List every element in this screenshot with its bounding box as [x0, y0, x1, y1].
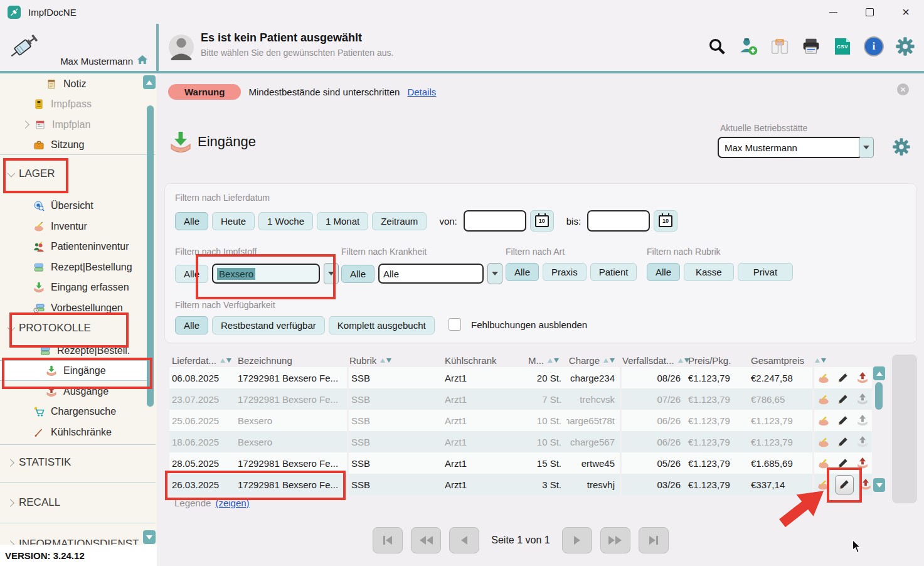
filter-art-alle[interactable]: Alle	[506, 263, 539, 281]
filter-lieferdatum-1monat[interactable]: 1 Monat	[317, 212, 368, 230]
sidebar-section-statistik[interactable]: STATISTIK	[0, 453, 148, 472]
col-gesamtpreis[interactable]: Gesamtpreis	[748, 353, 812, 368]
von-input[interactable]	[464, 210, 526, 232]
sidebar-scroll-down-button[interactable]	[143, 530, 156, 544]
csv-export-icon[interactable]: CSV	[831, 35, 854, 58]
row-edit-pencil-icon[interactable]	[836, 456, 850, 470]
col-preis[interactable]: Preis/Pkg.	[686, 353, 748, 368]
sidebar-item-vorbestellungen[interactable]: Vorbestellungen	[0, 299, 148, 316]
outer-scrollbar-track[interactable]	[892, 355, 917, 503]
sidebar-item-ausgaenge[interactable]: Ausgänge	[0, 383, 148, 400]
row-ausgang-icon[interactable]	[856, 456, 869, 470]
filter-art-praxis[interactable]: Praxis	[543, 263, 587, 281]
sidebar-item-eingaenge[interactable]: Eingänge	[0, 360, 148, 381]
betriebsstaette-dropdown-button[interactable]	[859, 137, 874, 158]
filter-lieferdatum-zeitraum[interactable]: Zeitraum	[372, 212, 427, 230]
table-row[interactable]: 28.05.2025 17292981 Bexsero Fe... SSB Ar…	[169, 452, 872, 474]
filter-lieferdatum-1woche[interactable]: 1 Woche	[258, 212, 313, 230]
page-settings-gear-icon[interactable]	[892, 137, 911, 156]
search-icon[interactable]	[706, 35, 728, 58]
info-icon[interactable]: i	[863, 35, 885, 58]
col-bezeichnung[interactable]: Bezeichnung	[235, 353, 347, 368]
row-inventur-icon[interactable]	[817, 392, 831, 406]
filter-lieferdatum-alle[interactable]: Alle	[175, 212, 208, 230]
close-button[interactable]: ×	[888, 0, 924, 24]
page-first-button[interactable]	[373, 527, 403, 553]
sidebar-section-protokolle[interactable]: PROTOKOLLE	[0, 319, 148, 338]
table-scroll-up-button[interactable]	[873, 366, 885, 380]
add-patient-icon[interactable]	[737, 35, 760, 58]
col-kuehlschrank[interactable]: Kühlschrank	[442, 353, 526, 368]
col-menge[interactable]: M...	[526, 353, 566, 368]
impfstoff-combobox[interactable]: Bexsero	[212, 264, 320, 284]
krankheit-dropdown-button[interactable]	[487, 263, 502, 284]
filter-krankheit-alle[interactable]: Alle	[341, 265, 374, 283]
table-row[interactable]: 18.06.2025 Bexsero SSB Arzt1 10 St. char…	[169, 431, 872, 452]
devices-icon[interactable]	[768, 35, 791, 58]
sidebar-item-rezepte-bestell[interactable]: Rezepte|Bestell.	[0, 342, 148, 359]
table-row[interactable]: 26.03.2025 17292981 Bexsero Fe... SSB Ar…	[169, 474, 872, 495]
table-row[interactable]: 06.08.2025 17292981 Bexsero Fe... SSB Ar…	[169, 367, 872, 388]
row-ausgang-icon[interactable]	[856, 435, 869, 449]
sidebar-item-kuehlschraenke[interactable]: Kühlschränke	[0, 424, 148, 441]
filter-rubrik-kasse[interactable]: Kasse	[684, 263, 734, 281]
row-inventur-icon[interactable]	[817, 371, 831, 385]
filter-verfuegbarkeit-restbestand[interactable]: Restbestand verfügbar	[212, 316, 325, 334]
warning-details-link[interactable]: Details	[407, 87, 436, 97]
sidebar-item-inventur[interactable]: Inventur	[0, 218, 148, 235]
maximize-button[interactable]	[851, 0, 888, 24]
sidebar-item-impfplan[interactable]: Impfplan	[0, 116, 148, 133]
row-edit-pencil-button[interactable]	[835, 475, 854, 494]
sidebar-scrollbar-thumb[interactable]	[147, 105, 154, 407]
filter-verfuegbarkeit-ausgebucht[interactable]: Komplett ausgebucht	[329, 316, 435, 334]
row-edit-pencil-icon[interactable]	[836, 414, 850, 427]
row-inventur-icon[interactable]	[817, 456, 831, 470]
col-verfallsdatum[interactable]: Verfallsdat...	[620, 353, 686, 368]
settings-gear-icon[interactable]	[894, 35, 916, 58]
bis-calendar-button[interactable]: 10	[654, 210, 677, 232]
page-fast-next-button[interactable]	[600, 527, 630, 553]
filter-rubrik-alle[interactable]: Alle	[647, 263, 680, 281]
table-row[interactable]: 25.06.2025 Bexsero SSB Arzt1 10 St. char…	[169, 410, 872, 431]
table-scrollbar-thumb[interactable]	[875, 382, 883, 410]
row-ausgang-icon[interactable]	[859, 478, 872, 491]
sidebar-item-rezept-bestellung[interactable]: Rezept|Bestellung	[0, 259, 148, 275]
fehlbuchungen-checkbox[interactable]	[449, 318, 461, 331]
filter-verfuegbarkeit-alle[interactable]: Alle	[175, 316, 208, 334]
row-ausgang-icon[interactable]	[856, 371, 869, 385]
practice-owner-row[interactable]: Max Mustermann	[9, 53, 147, 69]
col-lieferdatum[interactable]: Lieferdat...	[169, 353, 235, 368]
row-ausgang-icon[interactable]	[856, 414, 869, 427]
row-inventur-icon[interactable]	[817, 435, 831, 449]
col-charge[interactable]: Charge	[566, 353, 620, 368]
minimize-button[interactable]	[815, 0, 851, 24]
table-scroll-down-button[interactable]	[873, 478, 885, 492]
row-ausgang-icon[interactable]	[856, 392, 869, 406]
filter-impfstoff-alle[interactable]: Alle	[175, 265, 208, 283]
legende-zeigen-link[interactable]: (zeigen)	[215, 498, 249, 508]
print-icon[interactable]	[800, 35, 822, 58]
betriebsstaette-select[interactable]: Max Mustermann	[718, 137, 863, 158]
row-inventur-icon[interactable]	[817, 478, 829, 491]
sidebar-item-chargensuche[interactable]: Chargensuche	[0, 403, 148, 420]
sidebar-item-sitzung[interactable]: Sitzung	[0, 136, 148, 153]
sidebar-scroll-up-button[interactable]	[143, 75, 156, 89]
sidebar-item-eingang-erfassen[interactable]: Eingang erfassen	[0, 279, 148, 296]
page-next-button[interactable]	[562, 527, 592, 553]
row-edit-pencil-icon[interactable]	[836, 371, 850, 385]
page-fast-prev-button[interactable]	[411, 527, 441, 553]
sidebar-item-impfpass[interactable]: Impfpass	[0, 95, 148, 112]
krankheit-combobox[interactable]: Alle	[378, 264, 484, 284]
filter-rubrik-privat[interactable]: Privat	[738, 263, 793, 281]
warning-close-icon[interactable]: ✕	[897, 83, 909, 95]
impfstoff-dropdown-button[interactable]	[324, 263, 339, 284]
table-row[interactable]: 23.07.2025 17292981 Bexsero Fe... SSB Ar…	[169, 388, 872, 410]
page-prev-button[interactable]	[449, 527, 479, 553]
row-edit-pencil-icon[interactable]	[836, 435, 850, 449]
sidebar-item-notiz[interactable]: Notiz	[0, 75, 148, 92]
bis-input[interactable]	[587, 210, 650, 232]
von-calendar-button[interactable]: 10	[530, 210, 554, 232]
page-last-button[interactable]	[639, 527, 669, 553]
sidebar-section-recall[interactable]: RECALL	[0, 493, 148, 512]
row-inventur-icon[interactable]	[817, 414, 831, 427]
